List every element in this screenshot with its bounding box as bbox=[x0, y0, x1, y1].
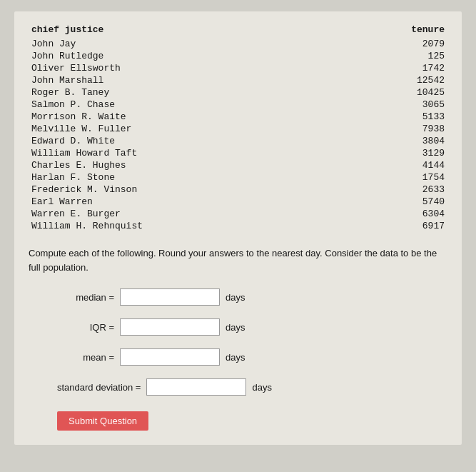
submit-button[interactable]: Submit Question bbox=[57, 411, 148, 431]
tenure-value: 2079 bbox=[343, 38, 447, 50]
tenure-value: 2633 bbox=[343, 184, 447, 196]
tenure-value: 3065 bbox=[343, 99, 447, 111]
tenure-value: 6304 bbox=[343, 208, 447, 220]
table-row: William Howard Taft3129 bbox=[29, 147, 447, 159]
mean-label: mean = bbox=[57, 352, 114, 363]
tenure-value: 125 bbox=[343, 50, 447, 62]
tenure-value: 7938 bbox=[343, 123, 447, 135]
tenure-value: 4144 bbox=[343, 159, 447, 171]
table-row: Harlan F. Stone1754 bbox=[29, 171, 447, 184]
tenure-value: 12542 bbox=[343, 74, 447, 86]
table-row: Frederick M. Vinson2633 bbox=[29, 184, 447, 196]
table-row: John Jay2079 bbox=[29, 38, 447, 50]
tenure-value: 1754 bbox=[343, 171, 447, 184]
table-row: William H. Rehnquist6917 bbox=[29, 220, 447, 232]
tenure-value: 1742 bbox=[343, 62, 447, 74]
chief-justice-name: Warren E. Burger bbox=[29, 208, 343, 220]
sd-row: standard deviation = days bbox=[57, 378, 447, 396]
table-row: Warren E. Burger6304 bbox=[29, 208, 447, 220]
table-row: John Rutledge125 bbox=[29, 50, 447, 62]
tenure-value: 5133 bbox=[343, 111, 447, 123]
tenure-value: 3129 bbox=[343, 147, 447, 159]
iqr-row: IQR = days bbox=[57, 318, 447, 336]
median-label: median = bbox=[57, 292, 114, 303]
table-row: Edward D. White3804 bbox=[29, 135, 447, 147]
table-row: Roger B. Taney10425 bbox=[29, 86, 447, 99]
sd-input[interactable] bbox=[146, 378, 246, 396]
tenure-value: 6917 bbox=[343, 220, 447, 232]
mean-input[interactable] bbox=[120, 348, 220, 366]
sd-unit: days bbox=[252, 382, 271, 393]
chief-justice-name: Frederick M. Vinson bbox=[29, 184, 343, 196]
table-row: John Marshall12542 bbox=[29, 74, 447, 86]
col-header-chief-justice: chief justice bbox=[29, 23, 343, 38]
sd-label: standard deviation = bbox=[57, 382, 141, 393]
chief-justice-name: Roger B. Taney bbox=[29, 86, 343, 99]
median-row: median = days bbox=[57, 288, 447, 306]
form-section: median = days IQR = days mean = days sta… bbox=[29, 288, 447, 431]
tenure-value: 5740 bbox=[343, 196, 447, 208]
table-row: Melville W. Fuller7938 bbox=[29, 123, 447, 135]
chief-justice-name: Melville W. Fuller bbox=[29, 123, 343, 135]
chief-justice-name: Salmon P. Chase bbox=[29, 99, 343, 111]
table-row: Charles E. Hughes4144 bbox=[29, 159, 447, 171]
chief-justice-name: William H. Rehnquist bbox=[29, 220, 343, 232]
chief-justice-name: John Rutledge bbox=[29, 50, 343, 62]
table-row: Salmon P. Chase3065 bbox=[29, 99, 447, 111]
table-row: Morrison R. Waite5133 bbox=[29, 111, 447, 123]
chief-justice-name: William Howard Taft bbox=[29, 147, 343, 159]
median-input[interactable] bbox=[120, 288, 220, 306]
col-header-tenure: tenure bbox=[343, 23, 447, 38]
chief-justice-name: John Marshall bbox=[29, 74, 343, 86]
chief-justice-name: Oliver Ellsworth bbox=[29, 62, 343, 74]
instruction-text: Compute each of the following. Round you… bbox=[29, 246, 447, 274]
main-content: chief justice tenure John Jay2079John Ru… bbox=[14, 11, 462, 445]
chief-justice-name: John Jay bbox=[29, 38, 343, 50]
mean-row: mean = days bbox=[57, 348, 447, 366]
iqr-input[interactable] bbox=[120, 318, 220, 336]
table-row: Oliver Ellsworth1742 bbox=[29, 62, 447, 74]
median-unit: days bbox=[226, 292, 245, 303]
tenure-value: 3804 bbox=[343, 135, 447, 147]
chief-justice-name: Edward D. White bbox=[29, 135, 343, 147]
iqr-unit: days bbox=[226, 322, 245, 333]
chief-justice-name: Morrison R. Waite bbox=[29, 111, 343, 123]
tenure-value: 10425 bbox=[343, 86, 447, 99]
mean-unit: days bbox=[226, 352, 245, 363]
table-row: Earl Warren5740 bbox=[29, 196, 447, 208]
iqr-label: IQR = bbox=[57, 322, 114, 333]
chief-justice-table: chief justice tenure John Jay2079John Ru… bbox=[29, 23, 447, 232]
chief-justice-name: Harlan F. Stone bbox=[29, 171, 343, 184]
chief-justice-name: Earl Warren bbox=[29, 196, 343, 208]
chief-justice-name: Charles E. Hughes bbox=[29, 159, 343, 171]
